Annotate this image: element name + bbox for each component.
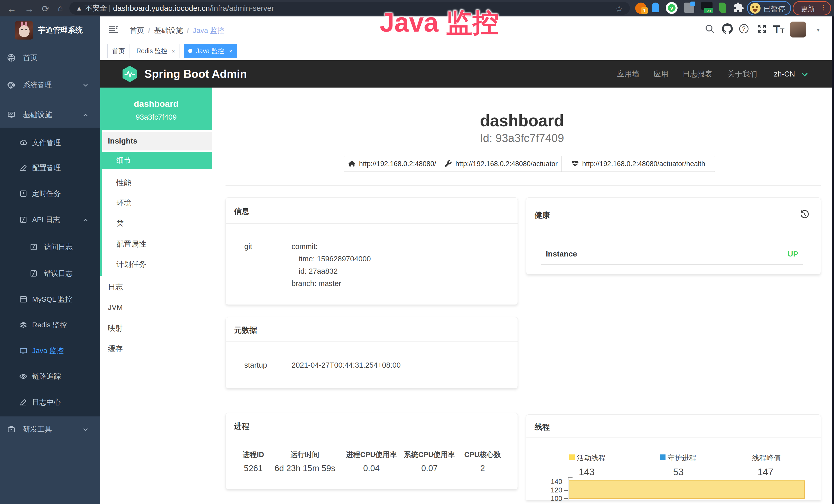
svg-text:?: ? bbox=[742, 25, 746, 32]
